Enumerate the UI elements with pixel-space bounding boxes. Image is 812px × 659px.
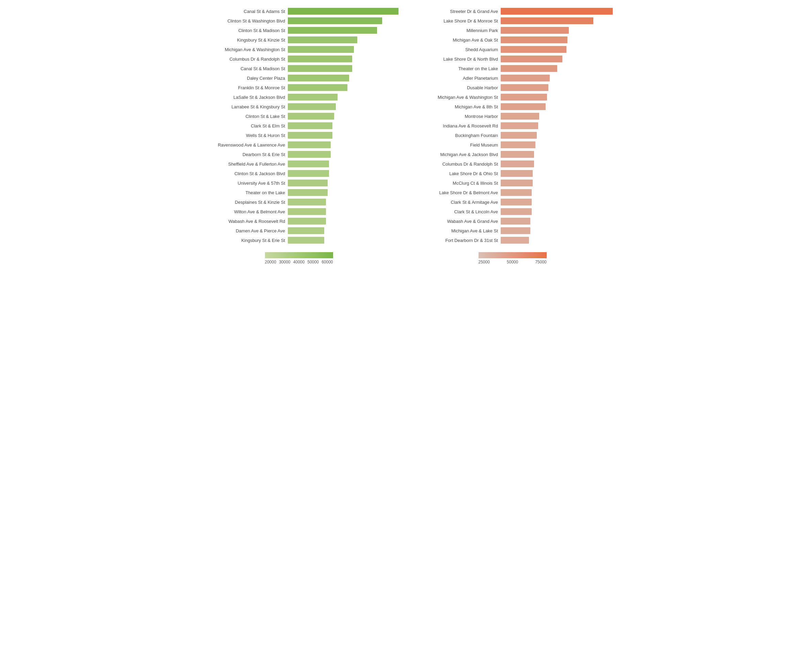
bar-label: Theater on the Lake (199, 190, 288, 195)
bar (288, 113, 334, 120)
bar (501, 151, 534, 158)
bar-track (288, 199, 326, 205)
bar-track (288, 208, 326, 215)
bar (288, 94, 338, 101)
right-chart: Streeter Dr & Grand AveLake Shore Dr & M… (412, 7, 613, 265)
bar (501, 161, 534, 167)
bar-track (288, 36, 357, 43)
bar-row: Desplaines St & Kinzie St (199, 198, 398, 207)
bar (501, 180, 533, 186)
bar-track (501, 227, 530, 234)
bar-track (288, 94, 338, 101)
bar-row: Canal St & Madison St (199, 64, 398, 73)
bar-label: Clinton St & Madison St (199, 28, 288, 33)
bar (288, 189, 328, 196)
right-legend-gradient (478, 252, 547, 258)
bar-label: LaSalle St & Jackson Blvd (199, 95, 288, 100)
bar-track (288, 113, 334, 120)
left-chart: Canal St & Adams StClinton St & Washingt… (199, 7, 398, 265)
bar-label: Buckingham Fountain (412, 133, 501, 138)
bar (501, 94, 547, 101)
bar (501, 199, 532, 205)
bar-track (288, 46, 354, 53)
bar-label: Desplaines St & Kinzie St (199, 200, 288, 205)
bar-label: Michigan Ave & Oak St (412, 38, 501, 43)
bar-label: Lake Shore Dr & Belmont Ave (412, 190, 501, 195)
bar-row: Michigan Ave & Washington St (412, 93, 613, 101)
bar-row: University Ave & 57th St (199, 178, 398, 188)
bar-label: Theater on the Lake (412, 66, 501, 71)
bar-row: Buckingham Fountain (412, 131, 613, 140)
bar (501, 46, 567, 53)
bar-label: Daley Center Plaza (199, 76, 288, 81)
legend-tick: 30000 (279, 260, 290, 265)
bar (501, 237, 529, 244)
bar-track (288, 65, 352, 72)
legend-tick: 60000 (321, 260, 333, 265)
bar-track (501, 218, 530, 225)
bar-row: Michigan Ave & Oak St (412, 35, 613, 44)
bar-label: Michigan Ave & Washington St (412, 95, 501, 100)
bar-label: Lake Shore Dr & North Blvd (412, 57, 501, 61)
bar-label: Fort Dearborn Dr & 31st St (412, 238, 501, 243)
bar-track (501, 122, 538, 129)
bar-label: Larrabee St & Kingsbury St (199, 104, 288, 109)
bar (501, 27, 569, 34)
bar (288, 208, 326, 215)
bar-row: Damen Ave & Pierce Ave (199, 226, 398, 235)
bar-row: Lake Shore Dr & Belmont Ave (412, 188, 613, 197)
bar-track (501, 113, 539, 120)
bar-label: Millennium Park (412, 28, 501, 33)
bar-row: Michigan Ave & Jackson Blvd (412, 150, 613, 159)
bar-track (501, 8, 613, 15)
bar (501, 218, 530, 225)
bar-row: Theater on the Lake (412, 64, 613, 73)
bar (288, 227, 324, 234)
bar-track (288, 103, 336, 110)
left-legend-gradient (265, 252, 333, 258)
bar-row: Fort Dearborn Dr & 31st St (412, 236, 613, 244)
bar-label: Wilton Ave & Belmont Ave (199, 209, 288, 214)
bar-label: Michigan Ave & Lake St (412, 228, 501, 233)
bar-track (288, 142, 331, 148)
left-legend-ticks: 2000030000400005000060000 (265, 260, 333, 265)
bar (288, 84, 348, 91)
bar-label: Clinton St & Lake St (199, 114, 288, 119)
bar-label: Michigan Ave & Washington St (199, 47, 288, 52)
bar-track (288, 151, 331, 158)
bar-track (501, 180, 533, 186)
bar-label: Dearborn St & Erie St (199, 152, 288, 157)
bar (501, 170, 533, 177)
bar-row: Montrose Harbor (412, 112, 613, 121)
bar-label: Sheffield Ave & Fullerton Ave (199, 161, 288, 167)
bar-label: Adler Planetarium (412, 76, 501, 81)
bar-track (288, 189, 328, 196)
bar-track (501, 36, 567, 43)
bar-label: Canal St & Adams St (199, 9, 288, 14)
bar-track (501, 199, 532, 205)
bar-track (288, 27, 377, 34)
left-legend: 2000030000400005000060000 (199, 252, 398, 265)
bar-label: Columbus Dr & Randolph St (199, 57, 288, 61)
bar (501, 84, 548, 91)
bar (288, 151, 331, 158)
bar (501, 122, 538, 129)
bar-label: University Ave & 57th St (199, 181, 288, 186)
bar-row: Indiana Ave & Roosevelt Rd (412, 121, 613, 130)
bar (501, 17, 593, 24)
bar-track (501, 27, 569, 34)
bar-label: Kingsbury St & Kinzie St (199, 38, 288, 43)
bar-row: Columbus Dr & Randolph St (412, 159, 613, 168)
bar (501, 65, 557, 72)
bar-label: Michigan Ave & 8th St (412, 104, 501, 109)
bar-track (501, 17, 593, 24)
bar-track (501, 189, 532, 196)
bar-track (288, 170, 329, 177)
bar-row: Theater on the Lake (199, 188, 398, 197)
bar-label: Field Museum (412, 142, 501, 148)
bar (288, 142, 331, 148)
bar-track (501, 84, 548, 91)
bar-row: Clinton St & Madison St (199, 26, 398, 35)
bar (501, 227, 530, 234)
bar-label: Lake Shore Dr & Ohio St (412, 171, 501, 176)
